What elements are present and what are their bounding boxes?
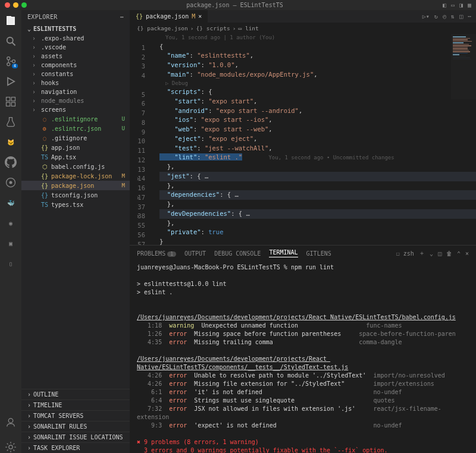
trash-icon[interactable]: 🗑	[446, 250, 452, 257]
tree-item-babel.config.js[interactable]: ⬡babel.config.js	[21, 162, 130, 171]
github-icon[interactable]	[5, 156, 17, 168]
tree-item-.vscode[interactable]: ›.vscode	[21, 43, 130, 52]
more-icon[interactable]: ⋯	[120, 14, 124, 20]
svg-rect-6	[11, 97, 15, 101]
source-control-icon[interactable]: 4	[5, 55, 17, 67]
maximize-icon[interactable]: ⌃	[457, 250, 461, 257]
search-icon[interactable]	[5, 35, 17, 47]
svg-rect-5	[7, 97, 10, 101]
tree-item-app.json[interactable]: {}app.json	[21, 143, 130, 152]
code-editor[interactable]: 1234 5678910111213› 1416› 1737› 38555657…	[130, 34, 476, 245]
run-icon[interactable]: ▷▾	[422, 13, 430, 20]
svg-line-1	[12, 43, 15, 46]
panel-task-explorer[interactable]: › TASK EXPLORER	[21, 442, 130, 453]
tree-item-package.json[interactable]: {}package.jsonM	[21, 181, 130, 190]
project-name[interactable]: ⌄ESLINTTESTTS	[21, 24, 130, 34]
tree-item-screens[interactable]: ›screens	[21, 105, 130, 114]
new-terminal-icon[interactable]: ＋	[419, 249, 425, 257]
tree-item-.gitignore[interactable]: ◌.gitignore	[21, 133, 130, 143]
tomcat-icon[interactable]: 🐱	[5, 136, 17, 148]
tree-item-types.tsx[interactable]: TStypes.tsx	[21, 200, 130, 209]
panel-timeline[interactable]: › TIMELINE	[21, 399, 130, 410]
minimap[interactable]	[451, 34, 476, 99]
split-icon[interactable]: ◫	[459, 13, 463, 20]
editor-area: {} package.json M × ▷▾ ↻ ◴ ⇅ ◫ ⋯ {} pack…	[130, 10, 476, 453]
layout-icons: ◧ ▭ ◨ ▦	[443, 2, 471, 8]
tree-item-assets[interactable]: ›assets	[21, 52, 130, 61]
activity-bar: 4 🐱 🐳 ◉ ▣ ▯	[0, 10, 21, 453]
svg-point-0	[7, 37, 13, 43]
panel-tab-gitlens[interactable]: GITLENS	[306, 250, 331, 257]
diff-icon[interactable]: ⇅	[451, 13, 455, 20]
docker-icon[interactable]: 🐳	[5, 197, 17, 209]
tree-item-navigation[interactable]: ›navigation	[21, 87, 130, 96]
explorer-label: EXPLORER	[27, 14, 58, 20]
panel-right-icon[interactable]: ◨	[459, 2, 463, 8]
extensions-icon[interactable]	[5, 96, 17, 108]
bottom-panel: PROBLEMS1OUTPUTDEBUG CONSOLETERMINALGITL…	[130, 245, 476, 453]
minimize-window[interactable]	[13, 2, 18, 8]
clock-icon[interactable]: ◴	[443, 13, 446, 20]
svg-point-3	[7, 63, 10, 66]
panel-tab-terminal[interactable]: TERMINAL	[269, 249, 298, 257]
split-terminal-icon[interactable]: ◫	[438, 250, 441, 257]
shell-select[interactable]: ☐ zsh	[396, 250, 414, 257]
history-icon[interactable]: ↻	[434, 13, 438, 20]
panel-tabs: PROBLEMS1OUTPUTDEBUG CONSOLETERMINALGITL…	[130, 246, 476, 261]
terminal[interactable]: juanreyes@Juans-MacBook-Pro ESLintTestTS…	[130, 261, 476, 453]
scm-badge: 4	[12, 64, 18, 68]
breadcrumb[interactable]: {} package.json› {} scripts› ▭ lint	[130, 23, 476, 34]
gitlens-icon[interactable]	[5, 177, 17, 188]
panel-bottom-icon[interactable]: ▭	[451, 2, 455, 8]
test-icon[interactable]	[5, 116, 17, 128]
svg-rect-7	[7, 102, 10, 106]
panel-tab-debug-console[interactable]: DEBUG CONSOLE	[214, 250, 261, 257]
tree-item-.expo-shared[interactable]: ›.expo-shared	[21, 34, 130, 43]
panel-tomcat-servers[interactable]: › TOMCAT SERVERS	[21, 410, 130, 421]
svg-point-2	[7, 57, 10, 60]
window-title: package.json — ESLintTestTS	[30, 2, 440, 8]
explorer-icon[interactable]	[5, 15, 17, 27]
device-icon[interactable]: ▯	[5, 257, 17, 269]
tree-item-App.tsx[interactable]: TSApp.tsx	[21, 152, 130, 162]
sonar-icon[interactable]: ◉	[5, 217, 17, 229]
settings-icon[interactable]	[5, 441, 17, 453]
more-icon[interactable]: ⋯	[468, 13, 471, 20]
tree-item-.eslintignore[interactable]: ◌.eslintignoreU	[21, 114, 130, 124]
panel-left-icon[interactable]: ◧	[443, 2, 446, 8]
svg-point-12	[9, 445, 12, 449]
close-panel-icon[interactable]: ×	[465, 250, 469, 257]
editor-tabs: {} package.json M × ▷▾ ↻ ◴ ⇅ ◫ ⋯	[130, 10, 476, 23]
tree-item-hooks[interactable]: ›hooks	[21, 78, 130, 87]
panel-tab-output[interactable]: OUTPUT	[184, 250, 206, 257]
tree-item-tsconfig.json[interactable]: {}tsconfig.json	[21, 190, 130, 200]
tree-item-constants[interactable]: ›constants	[21, 70, 130, 78]
tab-package-json[interactable]: {} package.json M ×	[130, 10, 208, 23]
account-icon[interactable]	[5, 416, 17, 428]
chevron-down-icon: ⌄	[27, 26, 31, 32]
maximize-window[interactable]	[21, 2, 27, 8]
svg-point-11	[8, 419, 13, 423]
close-window[interactable]	[5, 2, 10, 8]
close-tab-icon[interactable]: ×	[198, 13, 202, 20]
layout-icon[interactable]: ▦	[468, 2, 471, 8]
panel-sonarlint-issue-locations[interactable]: › SONARLINT ISSUE LOCATIONS	[21, 432, 130, 442]
svg-rect-8	[11, 102, 15, 106]
terminal-dropdown-icon[interactable]: ⌄	[430, 250, 433, 257]
svg-point-10	[10, 181, 12, 184]
tree-item-package-lock.json[interactable]: {}package-lock.jsonM	[21, 171, 130, 181]
panel-outline[interactable]: › OUTLINE	[21, 389, 130, 399]
panel-sonarlint-rules[interactable]: › SONARLINT RULES	[21, 421, 130, 432]
project-icon[interactable]: ▣	[5, 237, 17, 249]
tree-item-.eslintrc.json[interactable]: ⚙.eslintrc.jsonU	[21, 124, 130, 133]
panel-tab-problems[interactable]: PROBLEMS1	[137, 250, 176, 257]
file-tree: ›.expo-shared›.vscode›assets›components›…	[21, 34, 130, 389]
tree-item-components[interactable]: ›components	[21, 61, 130, 70]
tree-item-node_modules[interactable]: ›node_modules	[21, 96, 130, 105]
svg-point-4	[12, 60, 15, 63]
json-icon: {}	[136, 13, 143, 20]
debug-icon[interactable]	[5, 76, 17, 87]
sidebar: EXPLORER ⋯ ⌄ESLINTTESTTS ›.expo-shared›.…	[21, 10, 130, 453]
titlebar: package.json — ESLintTestTS ◧ ▭ ◨ ▦	[0, 0, 476, 10]
